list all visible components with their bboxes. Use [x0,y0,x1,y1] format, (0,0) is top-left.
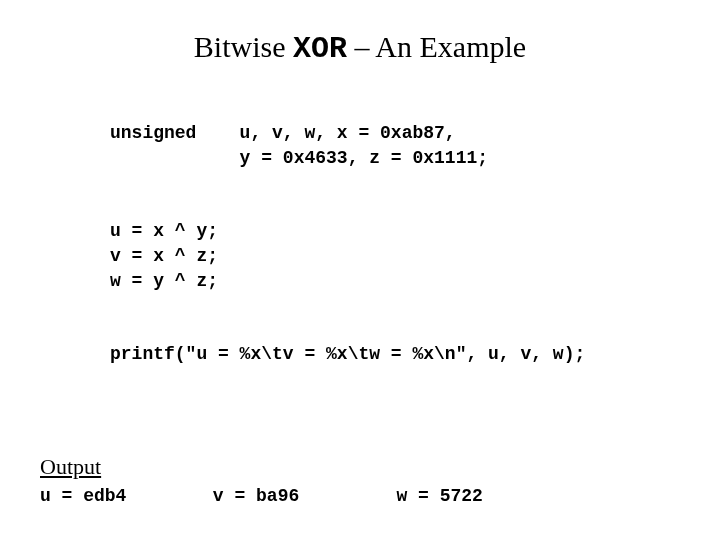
declaration-block: unsigned u, v, w, x = 0xab87, y = 0x4633… [110,121,700,171]
printf-line: printf("u = %x\tv = %x\tw = %x\n", u, v,… [110,344,585,364]
decl-line-2: y = 0x4633, z = 0x1111; [110,148,488,168]
title-mono: XOR [293,32,347,66]
title-pre: Bitwise [194,30,293,63]
printf-block: printf("u = %x\tv = %x\tw = %x\n", u, v,… [110,342,700,367]
output-label: Output [40,454,700,480]
assign-line-3: w = y ^ z; [110,271,218,291]
assign-line-2: v = x ^ z; [110,246,218,266]
decl-line-1: unsigned u, v, w, x = 0xab87, [110,123,456,143]
title-post: – An Example [347,30,526,63]
output-section: Output u = edb4 v = ba96 w = 5722 [40,454,700,506]
code-block: unsigned u, v, w, x = 0xab87, y = 0x4633… [110,96,700,414]
slide-title: Bitwise XOR – An Example [20,30,700,66]
assignment-block: u = x ^ y; v = x ^ z; w = y ^ z; [110,219,700,295]
output-line: u = edb4 v = ba96 w = 5722 [40,486,700,506]
assign-line-1: u = x ^ y; [110,221,218,241]
